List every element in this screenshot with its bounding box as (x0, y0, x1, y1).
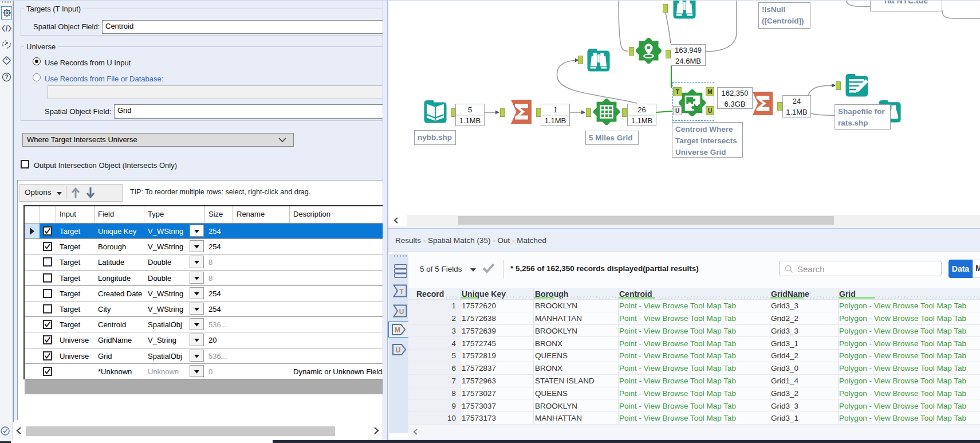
svg-text:M: M (395, 326, 400, 334)
svg-text:?: ? (5, 74, 8, 80)
svg-text:U: U (399, 308, 404, 316)
svg-text:T: T (399, 288, 404, 296)
svg-text:U: U (396, 346, 401, 354)
